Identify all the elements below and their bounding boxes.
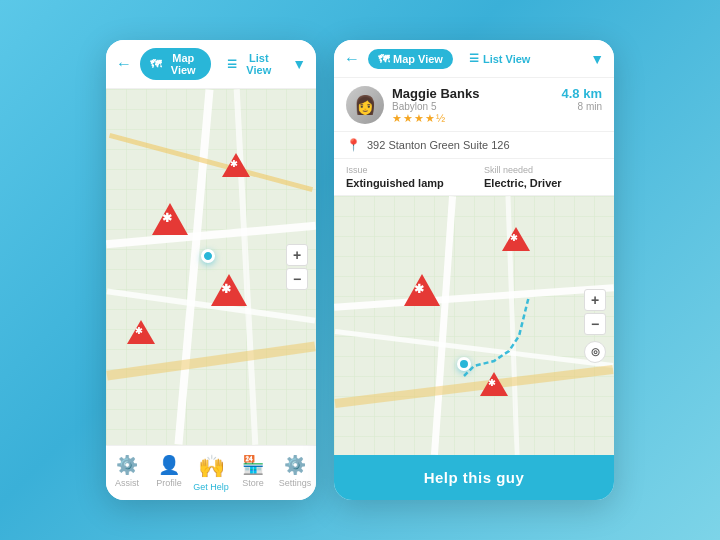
settings-icon: ⚙️ [284,454,306,476]
user-subtitle: Babylon 5 [392,101,554,112]
list-icon: ☰ [227,58,237,71]
left-back-button[interactable]: ← [116,55,132,73]
skill-label: Skill needed [484,165,602,175]
skill-col: Skill needed Electric, Driver [484,165,602,189]
location-icon: 📍 [346,138,361,152]
filter-icon[interactable]: ▼ [292,56,306,72]
address-text: 392 Stanton Green Suite 126 [367,139,510,151]
right-list-view-button[interactable]: ☰ List View [459,48,540,69]
nav-settings[interactable]: ⚙️ Settings [274,452,316,494]
distance-km: 4.8 km [562,86,602,101]
left-list-view-button[interactable]: ☰ List View [217,48,286,80]
list-icon-r: ☰ [469,52,479,65]
marker-4[interactable] [127,320,155,344]
issue-value: Extinguished lamp [346,177,464,189]
right-phone-card: ← 🗺 Map View ☰ List View ▼ 👩 Maggie Bank… [334,40,614,500]
map-icon-r: 🗺 [378,53,389,65]
right-map: + − ◎ [334,196,614,455]
user-details: Maggie Banks Babylon 5 ★★★★½ [392,86,554,125]
right-marker-3[interactable] [480,372,508,396]
left-map-view-button[interactable]: 🗺 Map View [140,48,211,80]
address-bar: 📍 392 Stanton Green Suite 126 [334,132,614,159]
store-icon: 🏪 [242,454,264,476]
user-info-bar: 👩 Maggie Banks Babylon 5 ★★★★½ 4.8 km 8 … [334,78,614,132]
issue-bar: Issue Extinguished lamp Skill needed Ele… [334,159,614,196]
marker-3[interactable] [211,274,247,306]
right-locate-button[interactable]: ◎ [584,341,606,363]
marker-2[interactable] [152,203,188,235]
user-location-dot [201,249,215,263]
distance-time: 8 min [562,101,602,112]
nav-profile[interactable]: 👤 Profile [148,452,190,494]
right-back-button[interactable]: ← [344,50,360,68]
avatar: 👩 [346,86,384,124]
map-zoom-controls: + − [286,244,308,290]
nav-store[interactable]: 🏪 Store [232,452,274,494]
right-marker-1[interactable] [502,227,530,251]
right-filter-icon[interactable]: ▼ [590,51,604,67]
right-user-location-dot [457,357,471,371]
issue-label: Issue [346,165,464,175]
left-phone-card: ← 🗺 Map View ☰ List View ▼ [106,40,316,500]
user-stars: ★★★★½ [392,112,554,125]
distance-info: 4.8 km 8 min [562,86,602,112]
nav-gethelp[interactable]: 🙌 Get Help [190,452,232,494]
user-name: Maggie Banks [392,86,554,101]
gethelp-icon: 🙌 [198,454,225,480]
bottom-nav: ⚙️ Assist 👤 Profile 🙌 Get Help 🏪 Store ⚙… [106,445,316,500]
map-icon: 🗺 [150,58,161,70]
left-map: + − [106,89,316,445]
profile-icon: 👤 [158,454,180,476]
right-map-view-button[interactable]: 🗺 Map View [368,49,453,69]
nav-assist[interactable]: ⚙️ Assist [106,452,148,494]
zoom-in-button[interactable]: + [286,244,308,266]
right-top-bar: ← 🗺 Map View ☰ List View ▼ [334,40,614,78]
right-zoom-out-button[interactable]: − [584,313,606,335]
zoom-out-button[interactable]: − [286,268,308,290]
left-top-bar: ← 🗺 Map View ☰ List View ▼ [106,40,316,89]
right-marker-2[interactable] [404,274,440,306]
right-map-zoom-controls: + − ◎ [584,289,606,363]
skill-value: Electric, Driver [484,177,602,189]
marker-1[interactable] [222,153,250,177]
help-this-guy-button[interactable]: Help this guy [334,455,614,500]
assist-icon: ⚙️ [116,454,138,476]
issue-col: Issue Extinguished lamp [346,165,464,189]
right-zoom-in-button[interactable]: + [584,289,606,311]
